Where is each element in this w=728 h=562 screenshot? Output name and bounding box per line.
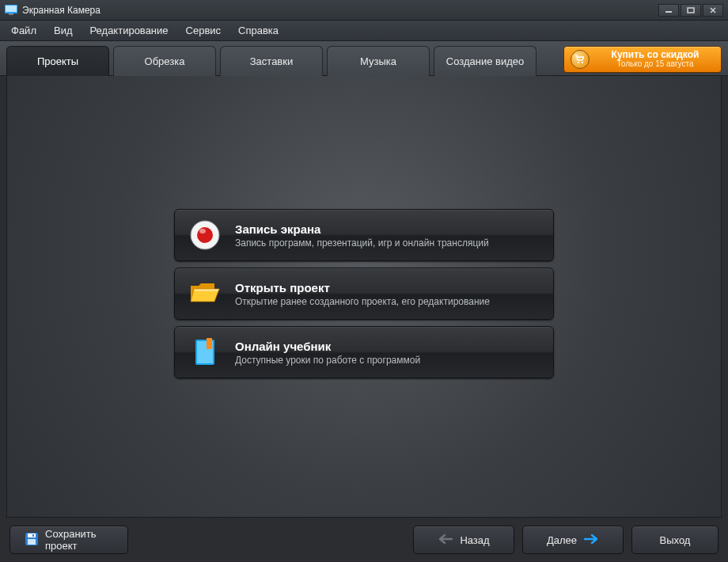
folder-icon (188, 276, 222, 311)
title-bar: Экранная Камера (0, 0, 728, 21)
action-subtitle: Открытие ранее созданного проекта, его р… (235, 296, 490, 307)
arrow-left-icon (438, 534, 453, 547)
tab-label: Проекты (37, 55, 78, 67)
menu-bar: Файл Вид Редактирование Сервис Справка (0, 21, 728, 41)
record-icon (188, 218, 222, 253)
tab-projects[interactable]: Проекты (6, 46, 109, 76)
tab-intro[interactable]: Заставки (220, 46, 323, 76)
svg-point-10 (197, 227, 213, 243)
tab-crop[interactable]: Обрезка (113, 46, 216, 76)
footer: Сохранить проект Назад Далее Выход (0, 518, 728, 562)
svg-rect-1 (6, 6, 17, 12)
menu-service[interactable]: Сервис (183, 22, 225, 39)
online-tutorial-button[interactable]: Онлайн учебник Доступные уроки по работе… (174, 326, 554, 378)
save-icon (25, 532, 39, 549)
tab-music[interactable]: Музыка (327, 46, 430, 76)
save-label: Сохранить проект (45, 528, 113, 552)
save-project-button[interactable]: Сохранить проект (9, 526, 128, 554)
minimize-button[interactable] (658, 4, 679, 17)
svg-point-11 (199, 229, 206, 234)
svg-point-7 (578, 62, 579, 63)
exit-label: Выход (660, 534, 691, 546)
tab-label: Создание видео (446, 55, 524, 67)
menu-help[interactable]: Справка (235, 22, 282, 39)
back-label: Назад (460, 534, 489, 546)
svg-rect-18 (32, 534, 34, 537)
action-subtitle: Доступные уроки по работе с программой (235, 355, 420, 366)
tab-label: Обрезка (145, 55, 185, 67)
arrow-right-icon (583, 534, 599, 547)
svg-rect-3 (665, 11, 672, 13)
svg-rect-16 (28, 534, 36, 537)
svg-rect-4 (688, 8, 694, 13)
window-title: Экранная Камера (22, 5, 100, 16)
cart-icon (571, 50, 590, 69)
window-controls (658, 4, 723, 17)
book-icon (188, 335, 222, 370)
exit-button[interactable]: Выход (631, 526, 719, 554)
tabs-bar: Проекты Обрезка Заставки Музыка Создание… (0, 41, 728, 76)
action-subtitle: Запись программ, презентаций, игр и онла… (235, 237, 489, 249)
tab-label: Заставки (250, 55, 293, 67)
action-title: Запись экрана (235, 222, 489, 236)
main-panel: Запись экрана Запись программ, презентац… (6, 76, 722, 518)
action-title: Онлайн учебник (235, 340, 420, 353)
buy-button[interactable]: Купить со скидкой Только до 15 августа (563, 46, 722, 73)
menu-edit[interactable]: Редактирование (87, 22, 172, 39)
tab-label: Музыка (360, 55, 396, 67)
maximize-button[interactable] (681, 4, 701, 17)
close-button[interactable] (703, 4, 723, 17)
svg-rect-2 (9, 13, 13, 15)
buy-sublabel: Только до 15 августа (596, 60, 715, 69)
record-screen-button[interactable]: Запись экрана Запись программ, презентац… (174, 209, 554, 261)
next-label: Далее (547, 534, 577, 546)
action-title: Открыть проект (235, 281, 490, 294)
svg-point-8 (582, 62, 583, 63)
back-button[interactable]: Назад (413, 526, 514, 554)
svg-rect-17 (28, 539, 36, 545)
app-icon (5, 5, 17, 16)
tab-create[interactable]: Создание видео (434, 46, 537, 76)
open-project-button[interactable]: Открыть проект Открытие ранее созданного… (174, 268, 554, 320)
action-list: Запись экрана Запись программ, презентац… (174, 209, 554, 378)
menu-file[interactable]: Файл (8, 22, 40, 39)
next-button[interactable]: Далее (522, 526, 624, 554)
menu-view[interactable]: Вид (51, 22, 76, 39)
